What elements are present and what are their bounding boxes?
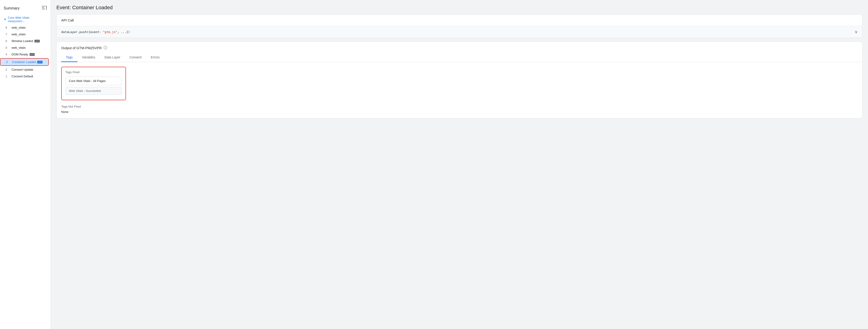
tags-not-fired-label: Tags Not Fired <box>61 105 858 108</box>
item-num: 3 <box>6 61 10 64</box>
svg-rect-0 <box>42 6 45 6</box>
item-num: 5 <box>5 46 10 50</box>
item-num: 4 <box>5 53 10 56</box>
item-label: DOM Ready <box>11 53 28 56</box>
tab-consent[interactable]: Consent <box>125 53 146 62</box>
code-icon: </> <box>37 61 42 64</box>
item-num: 8 <box>5 26 10 29</box>
sidebar-item-7[interactable]: 7 web_vitals <box>0 31 49 38</box>
svg-rect-4 <box>46 7 47 10</box>
tag-item-core-web-vitals[interactable]: Core Web Vitals - All Pages <box>65 77 122 85</box>
item-num: 6 <box>5 39 10 43</box>
sidebar-item-4[interactable]: 4 DOM Ready </> <box>0 51 49 58</box>
sidebar-item-3[interactable]: 3 Container Loaded </> <box>0 59 48 65</box>
filter-icon[interactable] <box>42 5 47 11</box>
sidebar-item-1[interactable]: 1 Consent Default <box>0 73 49 80</box>
api-call-card: API Call dataLayer.push({event: "gtm.js"… <box>56 14 863 38</box>
api-call-header: API Call <box>57 14 862 26</box>
svg-rect-2 <box>42 9 45 9</box>
chevron-icon: ▼ <box>4 18 6 21</box>
tabs: Tags Variables Data Layer Consent Errors <box>57 53 862 62</box>
sidebar-header: Summary <box>0 4 51 14</box>
sidebar-section: ▼ Core Web Vitals measurem... 8 web_vita… <box>0 14 51 80</box>
item-label: Container Loaded <box>12 60 36 64</box>
tags-fired-box: Tags Fired Core Web Vitals - All Pages W… <box>61 67 126 100</box>
output-card: Output of GTM-PMZ5VPR ⓘ Tags Variables D… <box>56 41 863 119</box>
sidebar-item-2[interactable]: 2 Consent Update <box>0 66 49 73</box>
item-label: Consent Default <box>11 74 33 78</box>
item-num: 1 <box>5 75 10 78</box>
tab-tags[interactable]: Tags <box>61 53 78 62</box>
item-label: Window Loaded <box>11 39 33 43</box>
page-title: Event: Container Loaded <box>56 5 863 11</box>
tags-fired-label: Tags Fired <box>65 70 122 74</box>
code-suffix: , ...}) <box>117 30 130 34</box>
svg-rect-1 <box>42 7 44 8</box>
item-num: 2 <box>5 68 10 71</box>
output-header: Output of GTM-PMZ5VPR ⓘ <box>57 42 862 50</box>
item-label: web_vitals <box>11 33 26 36</box>
svg-marker-3 <box>46 5 47 7</box>
tags-content: Tags Fired Core Web Vitals - All Pages W… <box>57 62 862 118</box>
item-label: Consent Update <box>11 68 33 71</box>
api-call-code: dataLayer.push({event: "gtm.js", ...}) <box>61 30 130 34</box>
tab-data-layer[interactable]: Data Layer <box>100 53 125 62</box>
api-call-body: dataLayer.push({event: "gtm.js", ...}) ∨ <box>57 26 862 38</box>
tab-errors[interactable]: Errors <box>146 53 164 62</box>
sidebar: Summary ▼ Core Web Vitals measurem... 8 … <box>0 0 51 329</box>
code-icon: </> <box>34 40 39 42</box>
sidebar-core-label: Core Web Vitals measurem... <box>8 16 47 23</box>
item-num: 7 <box>5 33 10 36</box>
item-label: web_vitals <box>11 26 26 29</box>
tab-variables[interactable]: Variables <box>78 53 100 62</box>
info-icon[interactable]: ⓘ <box>103 45 107 50</box>
sidebar-item-6[interactable]: 6 Window Loaded </> <box>0 38 49 44</box>
sidebar-title: Summary <box>4 6 20 10</box>
tag-item-web-vitals-succeeded[interactable]: Web Vitals - Succeeded <box>65 87 122 95</box>
expand-icon[interactable]: ∨ <box>855 29 858 34</box>
code-prefix: dataLayer.push({event: <box>61 30 103 34</box>
output-title: Output of GTM-PMZ5VPR <box>61 46 102 50</box>
item-label: web_vitals <box>11 46 26 50</box>
main-content: Event: Container Loaded API Call dataLay… <box>51 0 868 329</box>
sidebar-core-web-vitals[interactable]: ▼ Core Web Vitals measurem... <box>0 14 51 24</box>
sidebar-item-8[interactable]: 8 web_vitals <box>0 24 49 31</box>
code-string: "gtm.js" <box>103 30 117 34</box>
code-icon: </> <box>30 53 35 56</box>
tags-none-value: None <box>61 110 858 113</box>
sidebar-item-5[interactable]: 5 web_vitals <box>0 44 49 51</box>
